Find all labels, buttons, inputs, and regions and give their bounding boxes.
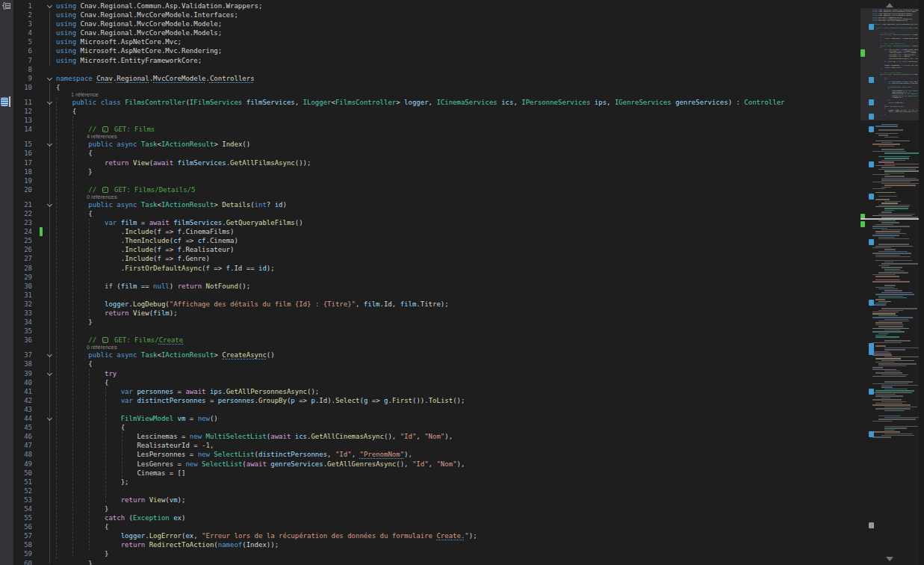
code-line[interactable]: 23 var film = await filmServices.GetQuer… (0, 218, 861, 227)
code-line[interactable]: 24 .Include(f => f.CinemaFilms) (0, 227, 861, 236)
line-number[interactable]: 33 (0, 309, 34, 318)
line-number[interactable]: 26 (0, 245, 34, 254)
code-line[interactable]: 30 if (film == null) return NotFound(); (0, 282, 861, 291)
line-number[interactable]: 22 (0, 209, 34, 218)
code-line[interactable]: 13 (0, 116, 861, 125)
class-glyph-icon[interactable] (1, 97, 13, 107)
line-number[interactable]: 41 (0, 387, 34, 396)
code-line[interactable]: 33 return View(film); (0, 309, 861, 318)
code-line[interactable]: 50 Cinemas = [] (0, 469, 861, 478)
line-number[interactable]: 49 (0, 460, 34, 469)
code-line[interactable]: 35 (0, 327, 861, 336)
codelens-references[interactable]: 0 références (0, 194, 861, 200)
codelens-references[interactable]: 1 référence (0, 92, 861, 98)
code-line[interactable]: 4using Cnav.Regional.MvcCoreModele.Model… (0, 28, 861, 37)
line-number[interactable]: 9 (0, 74, 34, 83)
code-line[interactable]: 52 (0, 487, 861, 495)
code-line[interactable]: 56 { (0, 522, 861, 531)
fold-chevron-icon[interactable] (47, 99, 52, 105)
code-line[interactable]: 16 { (0, 149, 861, 158)
line-number[interactable]: 24 (0, 227, 34, 236)
line-number[interactable]: 46 (0, 432, 34, 441)
codelens-references[interactable]: 4 références (0, 134, 861, 140)
code-line[interactable]: 45 { (0, 423, 861, 432)
line-number[interactable]: 34 (0, 318, 34, 327)
line-number[interactable]: 29 (0, 273, 34, 282)
code-line[interactable]: 40 { (0, 378, 861, 387)
minimap[interactable]: using Cnav.Regional.Commun.Asp.Validatio… (861, 0, 919, 565)
line-number[interactable]: 48 (0, 450, 34, 459)
fold-chevron-icon[interactable] (47, 75, 52, 81)
line-number[interactable]: 6 (0, 46, 34, 55)
code-line[interactable]: 48 LesPersonnes = new SelectList(distinc… (0, 450, 861, 459)
code-line[interactable]: 12 { (0, 107, 861, 116)
code-line[interactable]: 1using Cnav.Regional.Commun.Asp.Validati… (0, 1, 861, 10)
line-number[interactable]: 50 (0, 469, 34, 478)
fold-chevron-icon[interactable] (47, 202, 52, 207)
code-line[interactable]: 7using Microsoft.EntityFrameworkCore; (0, 56, 861, 65)
codelens-references[interactable]: 0 références (0, 345, 861, 351)
code-line[interactable]: 34 } (0, 318, 861, 327)
line-number[interactable]: 8 (0, 65, 34, 74)
line-number[interactable]: 25 (0, 236, 34, 245)
line-number[interactable]: 37 (0, 351, 34, 359)
code-line[interactable]: 38 { (0, 359, 861, 368)
fold-chevron-icon[interactable] (47, 3, 52, 8)
code-line[interactable]: 20 // GET: Films/Details/5 (0, 185, 861, 194)
line-number[interactable]: 44 (0, 414, 34, 423)
code-line[interactable]: 32 logger.LogDebug("Affichage des détail… (0, 300, 861, 309)
fold-margin[interactable] (42, 351, 56, 359)
code-line[interactable]: 15 public async Task<IActionResult> Inde… (0, 140, 861, 149)
code-line[interactable]: 42 var distinctPersonnes = personnes.Gro… (0, 396, 861, 405)
line-number[interactable]: 31 (0, 291, 34, 300)
code-line[interactable]: 58 return RedirectToAction(nameof(Index)… (0, 540, 861, 549)
line-number[interactable]: 4 (0, 28, 34, 37)
code-line[interactable]: 8 (0, 65, 861, 74)
code-line[interactable]: 25 .ThenInclude(cf => cf.Cinema) (0, 236, 861, 245)
code-line[interactable]: 54 } (0, 504, 861, 513)
code-line[interactable]: 46 Lescinemas = new MultiSelectList(awai… (0, 432, 861, 441)
code-line[interactable]: 29 (0, 273, 861, 282)
line-number[interactable]: 7 (0, 56, 34, 65)
code-line[interactable]: 49 LesGenres = new SelectList(await genr… (0, 460, 861, 469)
line-number[interactable]: 45 (0, 423, 34, 432)
line-number[interactable]: 20 (0, 185, 34, 194)
line-number[interactable]: 35 (0, 327, 34, 336)
line-number[interactable]: 43 (0, 405, 34, 414)
code-line[interactable]: 55 catch (Exception ex) (0, 513, 861, 522)
scroll-down-icon[interactable] (886, 557, 893, 561)
line-number[interactable]: 17 (0, 158, 34, 167)
fold-margin[interactable] (42, 98, 56, 107)
line-number[interactable]: 53 (0, 495, 34, 504)
line-number[interactable]: 52 (0, 487, 34, 495)
line-number[interactable]: 38 (0, 359, 34, 368)
line-number[interactable]: 23 (0, 218, 34, 227)
line-number[interactable]: 60 (0, 559, 34, 565)
fold-chevron-icon[interactable] (47, 416, 52, 421)
code-line[interactable]: 57 logger.LogError(ex, "Erreur lors de l… (0, 531, 861, 540)
code-line[interactable]: 3using Cnav.Regional.MvcCoreModele.Model… (0, 19, 861, 28)
code-line[interactable]: 6using Microsoft.AspNetCore.Mvc.Renderin… (0, 46, 861, 55)
code-line[interactable]: 11 public class FilmsController(IFilmSer… (0, 98, 861, 107)
line-number[interactable]: 2 (0, 10, 34, 19)
code-line[interactable]: 27 .Include(f => f.Genre) (0, 254, 861, 263)
line-number[interactable]: 40 (0, 378, 34, 387)
line-number[interactable]: 15 (0, 140, 34, 149)
line-number[interactable]: 27 (0, 254, 34, 263)
fold-margin[interactable] (42, 414, 56, 423)
code-line[interactable]: 59 } (0, 549, 861, 558)
line-number[interactable]: 14 (0, 125, 34, 134)
code-line[interactable]: 19 (0, 176, 861, 185)
fold-chevron-icon[interactable] (47, 371, 52, 376)
code-line[interactable]: 51 }; (0, 478, 861, 487)
code-line[interactable]: 43 (0, 405, 861, 414)
code-line[interactable]: 31 (0, 291, 861, 300)
line-number[interactable]: 57 (0, 531, 34, 540)
fold-margin[interactable] (42, 1, 56, 10)
code-line[interactable]: 2using Cnav.Regional.MvcCoreModele.Inter… (0, 10, 861, 19)
fold-margin[interactable] (42, 369, 56, 378)
code-line[interactable]: 5using Microsoft.AspNetCore.Mvc; (0, 37, 861, 46)
using-block-icon[interactable]: { (1, 1, 10, 10)
line-number[interactable]: 51 (0, 478, 34, 487)
line-number[interactable]: 59 (0, 549, 34, 558)
